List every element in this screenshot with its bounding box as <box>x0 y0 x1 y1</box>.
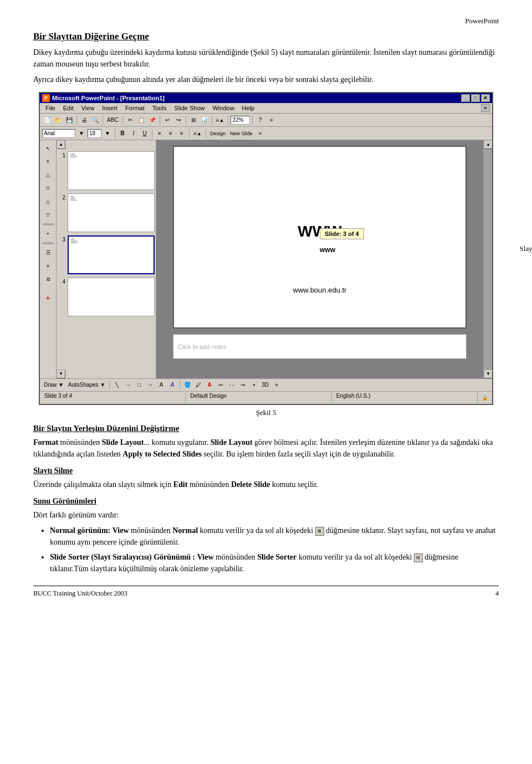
slide-num-1: 1 <box>58 151 65 158</box>
menu-slideshow[interactable]: Slide Show <box>171 104 208 112</box>
figure-caption: Şekil 5 <box>33 408 499 417</box>
title-bar-left: P Microsoft PowerPoint - [Presentation1] <box>42 94 165 102</box>
oval-btn[interactable]: ○ <box>145 380 155 390</box>
scroll-down-btn[interactable]: ▼ <box>57 370 65 378</box>
down2-btn[interactable]: ▽ <box>42 209 54 221</box>
print-btn[interactable]: 🖨 <box>79 115 89 125</box>
italic-btn[interactable]: I <box>129 129 139 139</box>
redo-btn[interactable]: ↪ <box>173 115 183 125</box>
numbering-btn[interactable]: ≡ <box>42 260 54 272</box>
more-draw-btn[interactable]: » <box>272 380 282 390</box>
new-slide-btn[interactable]: New Slide <box>228 129 254 139</box>
footer-right: 4 <box>495 589 499 598</box>
help-btn[interactable]: ? <box>255 115 265 125</box>
arrow-style-btn[interactable]: ⇒ <box>238 380 248 390</box>
status-icon[interactable]: 🔒 <box>480 393 490 403</box>
preview-btn[interactable]: 🔍 <box>90 115 100 125</box>
rect-btn[interactable]: □ <box>134 380 144 390</box>
menu-window[interactable]: Window <box>209 104 237 112</box>
close-btn[interactable]: ✕ <box>481 94 490 102</box>
maximize-btn[interactable]: □ <box>471 94 480 102</box>
font-name-input[interactable]: Arial <box>42 129 75 138</box>
slide-preview-4[interactable] <box>68 278 155 316</box>
sep2 <box>103 116 103 125</box>
cut-btn[interactable]: ✂ <box>125 115 135 125</box>
color-scheme-btn[interactable]: A▲ <box>214 115 226 125</box>
right-scrollbar[interactable]: ▲ ▼ <box>483 140 492 378</box>
menu-insert[interactable]: Insert <box>99 104 121 112</box>
align-center-btn[interactable]: ≡ <box>166 129 176 139</box>
line-style-btn[interactable]: ═ <box>216 380 226 390</box>
toolbar1: 📄 📂 💾 🖨 🔍 ABC ✂ 📋 📌 ↩ ↪ ⊞ 📊 A▲ 22% ? » <box>40 114 492 127</box>
align-left-btn[interactable]: ≡ <box>155 129 165 139</box>
undo-btn[interactable]: ↩ <box>162 115 172 125</box>
menu-tools[interactable]: Tools <box>149 104 170 112</box>
bullet-item-2: Slide Sorter (Slayt Sıralayıcısı) Görünü… <box>50 551 499 575</box>
textbox-btn[interactable]: A <box>156 380 166 390</box>
bold-btn[interactable]: B <box>117 129 127 139</box>
font-size-input[interactable]: 18 <box>88 129 101 138</box>
font-size-dropdown[interactable]: ▼ <box>103 129 112 139</box>
menu-format[interactable]: Format <box>122 104 148 112</box>
up-btn[interactable]: △ <box>42 169 54 181</box>
zoom-input[interactable]: 22% <box>231 116 250 125</box>
scroll-down-right[interactable]: ▼ <box>484 370 493 378</box>
3d-btn[interactable]: 3D <box>260 380 270 390</box>
font-name-dropdown[interactable]: ▼ <box>76 129 86 139</box>
arrow-btn[interactable]: → <box>123 380 133 390</box>
paste-btn[interactable]: 📌 <box>147 115 157 125</box>
open-btn[interactable]: 📂 <box>53 115 63 125</box>
menu-edit[interactable]: Edit <box>60 104 77 112</box>
more-btn2[interactable]: » <box>255 129 265 139</box>
copy-btn[interactable]: 📋 <box>136 115 146 125</box>
scroll-track-right[interactable] <box>484 149 492 370</box>
text-btn[interactable]: T <box>42 156 54 168</box>
slide-preview-1[interactable] <box>68 151 155 190</box>
slide-preview-3[interactable] <box>68 235 155 274</box>
plus-btn[interactable]: + <box>42 228 54 240</box>
insert-chart-btn[interactable]: 📊 <box>200 115 209 125</box>
menu-view[interactable]: View <box>78 104 98 112</box>
menu-help[interactable]: Help <box>239 104 258 112</box>
slide-main[interactable]: WWW Slide: 3 of 4 www www.boun.edu.tr <box>173 146 467 329</box>
font-a-btn[interactable]: A <box>42 292 54 304</box>
font-color-btn[interactable]: A▲ <box>192 129 203 139</box>
wordart-btn[interactable]: A <box>167 380 177 390</box>
slide-thumb-2: 2 <box>58 193 155 232</box>
spell-btn[interactable]: ABC <box>105 115 120 125</box>
title-bar-controls[interactable]: _ □ ✕ <box>461 94 490 102</box>
up2-btn[interactable]: △ <box>42 196 54 208</box>
toolbar2: Arial ▼ 18 ▼ B I U ≡ ≡ ≡ A▲ Design New S… <box>40 127 492 140</box>
align-right-btn[interactable]: ≡ <box>177 129 187 139</box>
shadow-btn[interactable]: ▪ <box>249 380 259 390</box>
section2-para: Format mönüsünden Slide Layout... komutu… <box>33 437 499 460</box>
design-btn[interactable]: Design <box>208 129 227 139</box>
line-btn[interactable]: ╲ <box>112 380 122 390</box>
bullets-btn[interactable]: ☰ <box>42 247 54 259</box>
more-btn[interactable]: » <box>266 115 276 125</box>
sep10 <box>152 129 152 138</box>
draw-btn[interactable]: Draw ▼ <box>42 380 65 390</box>
select-btn[interactable]: ↖ <box>42 142 54 155</box>
underline-btn[interactable]: U <box>140 129 150 139</box>
title-bar-text: Microsoft PowerPoint - [Presentation1] <box>52 95 165 101</box>
slide-num-4: 4 <box>58 278 65 285</box>
minimize-btn[interactable]: _ <box>461 94 470 102</box>
menu-close-btn[interactable]: ✕ <box>481 104 490 112</box>
dash-style-btn[interactable]: - - <box>227 380 237 390</box>
insert-table-btn[interactable]: ⊞ <box>188 115 198 125</box>
scroll-up-right[interactable]: ▲ <box>484 140 493 149</box>
fill-btn[interactable]: 🪣 <box>182 380 192 390</box>
copy2-btn[interactable]: ⧉ <box>42 273 54 285</box>
new-btn[interactable]: 📄 <box>42 115 52 125</box>
line-color-btn[interactable]: 🖊 <box>193 380 203 390</box>
down-btn[interactable]: ▽ <box>42 182 54 194</box>
menu-file[interactable]: File <box>42 104 59 112</box>
scroll-up-btn[interactable]: ▲ <box>57 140 65 149</box>
slide-preview-2[interactable] <box>68 193 155 232</box>
font-color2-btn[interactable]: A <box>204 380 214 390</box>
save-btn[interactable]: 💾 <box>64 115 74 125</box>
autoshapes-btn[interactable]: AutoShapes ▼ <box>66 380 107 390</box>
notes-area[interactable]: Click to add notes <box>173 334 467 359</box>
section4-title: Sunu Görünümleri <box>33 497 499 506</box>
